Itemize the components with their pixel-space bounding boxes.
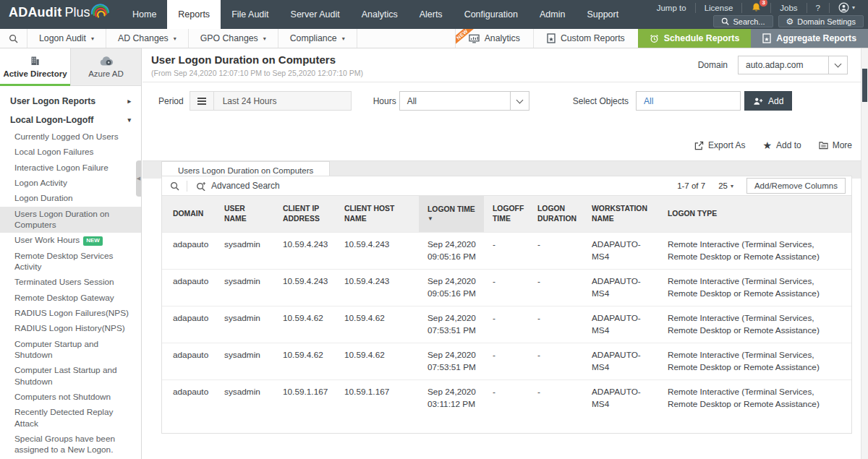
cell-logon-time: Sep 24,2020 07:53:51 PM xyxy=(419,343,484,380)
menubar-category[interactable]: Logon Audit ▾ xyxy=(27,29,106,48)
hours-select[interactable]: All xyxy=(399,91,529,111)
nav-item[interactable]: File Audit xyxy=(221,0,279,29)
sidebar-report-item[interactable]: Terminated Users Session xyxy=(0,275,141,290)
help-button[interactable]: ? xyxy=(807,3,829,13)
col-user-name[interactable]: USER NAME xyxy=(216,196,274,232)
page-scrollbar-thumb[interactable] xyxy=(862,69,867,102)
menubar-category[interactable]: Compliance ▾ xyxy=(278,29,357,48)
cell-logon-duration: - xyxy=(529,269,583,306)
col-logoff-time[interactable]: LOGOFF TIME xyxy=(484,196,529,232)
caret-right-icon: ▸ xyxy=(127,98,131,105)
add-remove-columns-button[interactable]: Add/Remove Columns xyxy=(746,178,846,194)
page-size-select[interactable]: 25 ▾ xyxy=(718,181,733,190)
menubar-category[interactable]: AD Changes ▾ xyxy=(106,29,189,48)
utility-bar: Jump to License 3 Jobs ? ▾ xyxy=(648,0,864,15)
add-objects-button[interactable]: Add xyxy=(744,91,792,111)
sidebar-report-item[interactable]: Recently Detected Replay Attack xyxy=(0,405,141,432)
select-objects-input[interactable] xyxy=(636,91,741,111)
sidebar-report-item[interactable]: Computer Last Startup and Shutdown xyxy=(0,363,141,390)
nav-item[interactable]: Admin xyxy=(529,0,576,29)
cell-logoff-time: - xyxy=(484,232,529,269)
sidebar-report-item[interactable]: Users Logon Duration on Computers xyxy=(0,207,141,233)
add-to-button[interactable]: ★ Add to xyxy=(762,140,801,150)
domain-settings-button[interactable]: ⚙ Domain Settings xyxy=(778,15,864,27)
export-as-button[interactable]: Export As xyxy=(694,140,745,150)
aggregate-reports-button[interactable]: Aggregate Reports xyxy=(751,29,868,48)
group-user-logon-reports[interactable]: User Logon Reports ▸ xyxy=(0,92,141,111)
brand-logo[interactable]: ADAuditPlus xyxy=(9,4,110,20)
table-row: adapauto sysadmin 10.59.4.62 10.59.4.62 … xyxy=(162,343,851,380)
sidebar-collapse-handle[interactable]: ◀ xyxy=(136,160,141,197)
nav-item[interactable]: Home xyxy=(122,0,167,29)
cell-user-name: sysadmin xyxy=(216,269,274,306)
header-buttons: Search... ⚙ Domain Settings xyxy=(713,15,864,27)
menubar-category[interactable]: GPO Changes ▾ xyxy=(189,29,278,48)
report-nav-list: User Logon Reports ▸ Local Logon-Logoff … xyxy=(0,86,141,458)
advanced-search-button[interactable]: Advanced Search xyxy=(187,181,280,191)
cell-client-ip: 10.59.1.167 xyxy=(274,380,336,417)
cell-client-ip: 10.59.4.243 xyxy=(274,232,336,269)
sidebar: Active Directory Azure AD User Logon Rep… xyxy=(0,48,142,459)
col-logon-type[interactable]: LOGON TYPE xyxy=(659,196,851,232)
more-button[interactable]: More xyxy=(819,140,852,150)
tab-active-directory[interactable]: Active Directory xyxy=(0,48,70,86)
group-local-logon-logoff[interactable]: Local Logon-Logoff ▾ xyxy=(0,111,141,129)
jobs-link[interactable]: Jobs xyxy=(770,3,806,13)
sidebar-report-item[interactable]: Special Groups have been assigned to a N… xyxy=(0,432,141,458)
sidebar-report-item[interactable]: RADIUS Logon Failures(NPS) xyxy=(0,306,141,321)
table-search-button[interactable] xyxy=(162,181,187,191)
cell-logon-duration: - xyxy=(529,232,583,269)
notifications-button[interactable]: 3 xyxy=(741,3,770,13)
cell-logon-type: Remote Interactive (Terminal Services, R… xyxy=(659,269,851,306)
cell-workstation: ADAPAUTO-MS4 xyxy=(583,343,659,380)
sidebar-report-item[interactable]: Computer Startup and Shutdown xyxy=(0,337,141,364)
cell-client-host: 10.59.1.167 xyxy=(336,380,419,417)
license-link[interactable]: License xyxy=(695,3,742,13)
jump-to-link[interactable]: Jump to xyxy=(648,3,695,13)
nav-item[interactable]: Reports xyxy=(167,0,221,29)
col-domain[interactable]: DOMAIN xyxy=(162,196,216,232)
analytics-button[interactable]: NEW Analytics xyxy=(455,29,533,48)
page-title: User Logon Duration on Computers xyxy=(151,53,336,66)
sidebar-report-item[interactable]: Remote Desktop Services Activity xyxy=(0,249,141,275)
sidebar-report-item[interactable]: Logon Activity xyxy=(0,176,141,191)
sidebar-report-item[interactable]: Interactive Logon Failure xyxy=(0,160,141,176)
period-label: Period xyxy=(158,96,184,106)
new-badge: NEW xyxy=(83,236,103,245)
sidebar-report-item[interactable]: User Work HoursNEW xyxy=(0,233,141,248)
domain-select[interactable]: auto.adap.com xyxy=(738,56,848,74)
sidebar-report-item[interactable]: Remote Desktop Gateway xyxy=(0,291,141,306)
schedule-reports-button[interactable]: Schedule Reports xyxy=(638,29,752,48)
cell-logoff-time: - xyxy=(484,343,529,380)
nav-item[interactable]: Alerts xyxy=(409,0,454,29)
tab-azure-ad[interactable]: Azure AD xyxy=(70,48,141,86)
menubar-search-button[interactable] xyxy=(0,29,27,48)
period-picker[interactable]: Last 24 Hours xyxy=(190,91,352,111)
col-client-ip[interactable]: CLIENT IP ADDRESS xyxy=(274,196,336,232)
caret-left-icon: ◀ xyxy=(137,176,140,181)
sidebar-report-item[interactable]: Computers not Shutdown xyxy=(0,390,141,405)
col-workstation[interactable]: WORKSTATION NAME xyxy=(583,196,659,232)
nav-item[interactable]: Support xyxy=(576,0,629,29)
results-card: Advanced Search 1-7 of 7 25 ▾ Add/Remove… xyxy=(161,176,852,434)
sidebar-report-item[interactable]: RADIUS Logon History(NPS) xyxy=(0,321,141,336)
cell-client-host: 10.59.4.62 xyxy=(336,343,419,380)
col-logon-time[interactable]: LOGON TIME ▼ xyxy=(419,196,484,232)
cell-logon-duration: - xyxy=(529,380,583,417)
building-icon xyxy=(29,55,41,67)
nav-item[interactable]: Server Audit xyxy=(280,0,351,29)
cell-logon-time: Sep 24,2020 07:53:51 PM xyxy=(419,306,484,343)
col-client-host[interactable]: CLIENT HOST NAME xyxy=(336,196,419,232)
sidebar-report-item[interactable]: Logon Duration xyxy=(0,191,141,206)
sidebar-report-item[interactable]: Local Logon Failures xyxy=(0,145,141,160)
global-search-button[interactable]: Search... xyxy=(713,15,773,27)
col-logon-duration[interactable]: LOGON DURATION xyxy=(529,196,583,232)
nav-item[interactable]: Configuration xyxy=(454,0,529,29)
account-menu[interactable]: ▾ xyxy=(829,3,864,13)
nav-item[interactable]: Analytics xyxy=(351,0,409,29)
custom-reports-button[interactable]: Custom Reports xyxy=(533,29,638,48)
nav-item-label: Admin xyxy=(540,9,565,20)
sidebar-report-item[interactable]: Currently Logged On Users xyxy=(0,129,141,145)
cell-logoff-time: - xyxy=(484,380,529,417)
table-row: adapauto sysadmin 10.59.1.167 10.59.1.16… xyxy=(162,380,851,417)
